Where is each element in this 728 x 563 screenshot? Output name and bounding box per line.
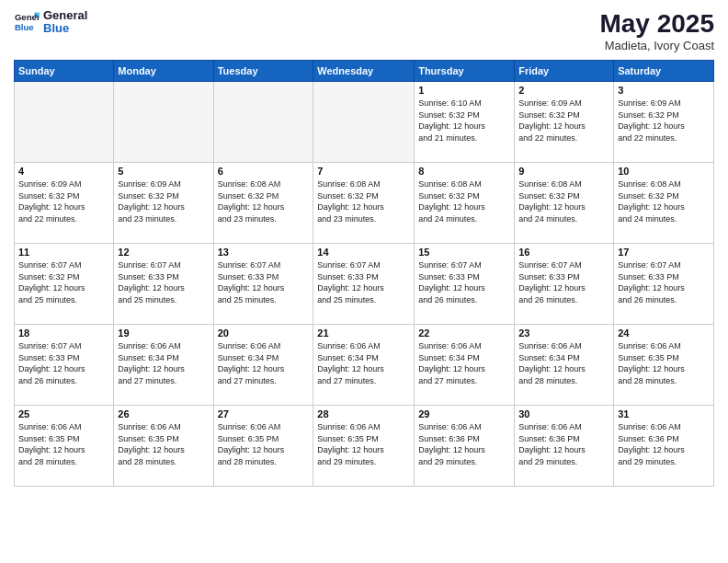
logo: General Blue General Blue	[14, 9, 87, 36]
day-number: 10	[618, 166, 710, 177]
calendar-cell: 16Sunrise: 6:07 AM Sunset: 6:33 PM Dayli…	[515, 244, 614, 325]
title-block: May 2025 Madieta, Ivory Coast	[599, 9, 714, 52]
day-number: 8	[418, 166, 510, 177]
calendar-week-1: 1Sunrise: 6:10 AM Sunset: 6:32 PM Daylig…	[15, 82, 714, 163]
day-header-tuesday: Tuesday	[213, 61, 313, 82]
day-header-saturday: Saturday	[614, 61, 714, 82]
cell-info: Sunrise: 6:06 AM Sunset: 6:35 PM Dayligh…	[618, 340, 710, 386]
calendar-cell: 25Sunrise: 6:06 AM Sunset: 6:35 PM Dayli…	[15, 406, 114, 487]
calendar-cell: 28Sunrise: 6:06 AM Sunset: 6:35 PM Dayli…	[313, 406, 415, 487]
cell-info: Sunrise: 6:10 AM Sunset: 6:32 PM Dayligh…	[418, 98, 510, 144]
logo-blue: Blue	[43, 22, 87, 35]
cell-info: Sunrise: 6:06 AM Sunset: 6:34 PM Dayligh…	[418, 340, 510, 386]
day-number: 28	[317, 408, 410, 419]
day-number: 11	[18, 247, 109, 258]
calendar-cell: 7Sunrise: 6:08 AM Sunset: 6:32 PM Daylig…	[313, 163, 415, 244]
day-number: 21	[317, 327, 410, 339]
logo-icon: General Blue	[14, 9, 40, 35]
day-number: 22	[418, 327, 510, 339]
cell-info: Sunrise: 6:07 AM Sunset: 6:33 PM Dayligh…	[518, 259, 609, 305]
calendar-week-2: 4Sunrise: 6:09 AM Sunset: 6:32 PM Daylig…	[15, 163, 714, 244]
calendar-cell: 4Sunrise: 6:09 AM Sunset: 6:32 PM Daylig…	[15, 163, 114, 244]
calendar-cell: 5Sunrise: 6:09 AM Sunset: 6:32 PM Daylig…	[114, 163, 213, 244]
header: General Blue General Blue May 2025 Madie…	[14, 9, 714, 52]
calendar-cell	[313, 82, 415, 163]
day-header-thursday: Thursday	[415, 61, 515, 82]
cell-info: Sunrise: 6:06 AM Sunset: 6:34 PM Dayligh…	[317, 340, 410, 386]
calendar-week-3: 11Sunrise: 6:07 AM Sunset: 6:32 PM Dayli…	[15, 244, 714, 325]
calendar-week-4: 18Sunrise: 6:07 AM Sunset: 6:33 PM Dayli…	[15, 325, 714, 406]
day-number: 14	[317, 247, 410, 258]
calendar-cell: 23Sunrise: 6:06 AM Sunset: 6:34 PM Dayli…	[515, 325, 614, 406]
calendar-cell: 30Sunrise: 6:06 AM Sunset: 6:36 PM Dayli…	[515, 406, 614, 487]
cell-info: Sunrise: 6:08 AM Sunset: 6:32 PM Dayligh…	[618, 178, 710, 224]
day-number: 25	[18, 408, 109, 419]
calendar-cell: 22Sunrise: 6:06 AM Sunset: 6:34 PM Dayli…	[415, 325, 515, 406]
cell-info: Sunrise: 6:06 AM Sunset: 6:35 PM Dayligh…	[18, 421, 109, 467]
cell-info: Sunrise: 6:07 AM Sunset: 6:33 PM Dayligh…	[317, 259, 410, 305]
day-number: 5	[118, 166, 209, 177]
cell-info: Sunrise: 6:06 AM Sunset: 6:36 PM Dayligh…	[618, 421, 710, 467]
day-number: 9	[518, 166, 609, 177]
cell-info: Sunrise: 6:09 AM Sunset: 6:32 PM Dayligh…	[518, 98, 609, 144]
cell-info: Sunrise: 6:06 AM Sunset: 6:35 PM Dayligh…	[118, 421, 209, 467]
cell-info: Sunrise: 6:06 AM Sunset: 6:35 PM Dayligh…	[317, 421, 410, 467]
calendar-cell: 1Sunrise: 6:10 AM Sunset: 6:32 PM Daylig…	[415, 82, 515, 163]
day-number: 7	[317, 166, 410, 177]
calendar-cell: 29Sunrise: 6:06 AM Sunset: 6:36 PM Dayli…	[415, 406, 515, 487]
calendar-cell: 11Sunrise: 6:07 AM Sunset: 6:32 PM Dayli…	[15, 244, 114, 325]
cell-info: Sunrise: 6:09 AM Sunset: 6:32 PM Dayligh…	[618, 98, 710, 144]
day-number: 23	[518, 327, 609, 339]
cell-info: Sunrise: 6:08 AM Sunset: 6:32 PM Dayligh…	[218, 178, 310, 224]
day-number: 12	[118, 247, 209, 258]
cell-info: Sunrise: 6:09 AM Sunset: 6:32 PM Dayligh…	[118, 178, 209, 224]
day-number: 6	[218, 166, 310, 177]
cell-info: Sunrise: 6:08 AM Sunset: 6:32 PM Dayligh…	[518, 178, 609, 224]
day-number: 17	[618, 247, 710, 258]
day-number: 15	[418, 247, 510, 258]
cell-info: Sunrise: 6:06 AM Sunset: 6:34 PM Dayligh…	[218, 340, 310, 386]
day-number: 26	[118, 408, 209, 419]
cell-info: Sunrise: 6:06 AM Sunset: 6:36 PM Dayligh…	[418, 421, 510, 467]
calendar-cell: 20Sunrise: 6:06 AM Sunset: 6:34 PM Dayli…	[213, 325, 313, 406]
page: General Blue General Blue May 2025 Madie…	[0, 0, 728, 563]
cell-info: Sunrise: 6:07 AM Sunset: 6:32 PM Dayligh…	[18, 259, 109, 305]
calendar-cell	[15, 82, 114, 163]
cell-info: Sunrise: 6:07 AM Sunset: 6:33 PM Dayligh…	[218, 259, 310, 305]
calendar-cell: 14Sunrise: 6:07 AM Sunset: 6:33 PM Dayli…	[313, 244, 415, 325]
day-number: 18	[18, 327, 109, 339]
day-number: 19	[118, 327, 209, 339]
calendar-cell: 26Sunrise: 6:06 AM Sunset: 6:35 PM Dayli…	[114, 406, 213, 487]
calendar-cell: 12Sunrise: 6:07 AM Sunset: 6:33 PM Dayli…	[114, 244, 213, 325]
day-header-wednesday: Wednesday	[313, 61, 415, 82]
cell-info: Sunrise: 6:06 AM Sunset: 6:35 PM Dayligh…	[218, 421, 310, 467]
calendar-week-5: 25Sunrise: 6:06 AM Sunset: 6:35 PM Dayli…	[15, 406, 714, 487]
logo-general: General	[43, 9, 87, 22]
calendar-cell: 9Sunrise: 6:08 AM Sunset: 6:32 PM Daylig…	[515, 163, 614, 244]
day-header-friday: Friday	[515, 61, 614, 82]
calendar-cell: 10Sunrise: 6:08 AM Sunset: 6:32 PM Dayli…	[614, 163, 714, 244]
calendar-cell: 6Sunrise: 6:08 AM Sunset: 6:32 PM Daylig…	[213, 163, 313, 244]
day-number: 4	[18, 166, 109, 177]
calendar-cell: 18Sunrise: 6:07 AM Sunset: 6:33 PM Dayli…	[15, 325, 114, 406]
calendar-header-row: SundayMondayTuesdayWednesdayThursdayFrid…	[15, 61, 714, 82]
calendar-cell: 24Sunrise: 6:06 AM Sunset: 6:35 PM Dayli…	[614, 325, 714, 406]
calendar-cell: 13Sunrise: 6:07 AM Sunset: 6:33 PM Dayli…	[213, 244, 313, 325]
day-number: 20	[218, 327, 310, 339]
day-number: 13	[218, 247, 310, 258]
cell-info: Sunrise: 6:08 AM Sunset: 6:32 PM Dayligh…	[418, 178, 510, 224]
calendar-cell: 2Sunrise: 6:09 AM Sunset: 6:32 PM Daylig…	[515, 82, 614, 163]
calendar-cell: 17Sunrise: 6:07 AM Sunset: 6:33 PM Dayli…	[614, 244, 714, 325]
day-number: 1	[418, 85, 510, 96]
calendar-cell: 21Sunrise: 6:06 AM Sunset: 6:34 PM Dayli…	[313, 325, 415, 406]
calendar-cell: 19Sunrise: 6:06 AM Sunset: 6:34 PM Dayli…	[114, 325, 213, 406]
cell-info: Sunrise: 6:07 AM Sunset: 6:33 PM Dayligh…	[118, 259, 209, 305]
month-title: May 2025	[599, 9, 714, 39]
cell-info: Sunrise: 6:07 AM Sunset: 6:33 PM Dayligh…	[618, 259, 710, 305]
cell-info: Sunrise: 6:07 AM Sunset: 6:33 PM Dayligh…	[18, 340, 109, 386]
svg-text:Blue: Blue	[15, 22, 34, 32]
cell-info: Sunrise: 6:06 AM Sunset: 6:34 PM Dayligh…	[118, 340, 209, 386]
day-number: 27	[218, 408, 310, 419]
location: Madieta, Ivory Coast	[599, 39, 714, 52]
day-number: 24	[618, 327, 710, 339]
